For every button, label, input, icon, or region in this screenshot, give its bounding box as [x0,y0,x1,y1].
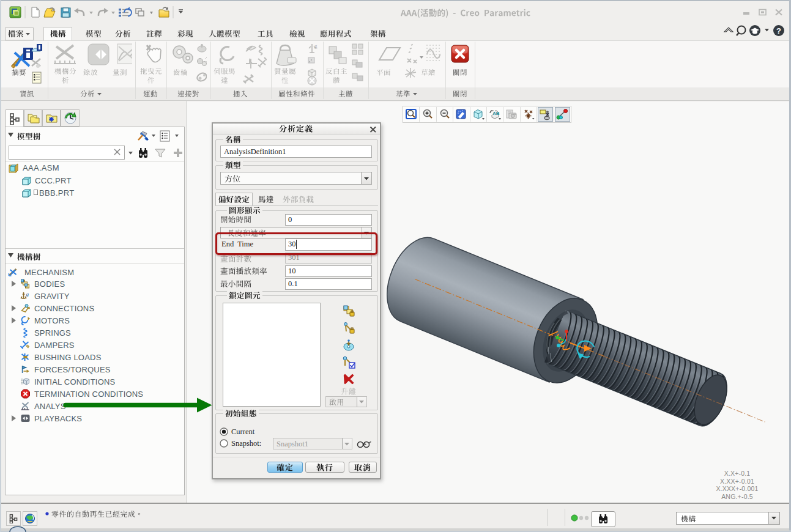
svg-text:g: g [314,43,318,49]
svg-text:AB: AB [492,111,500,116]
svg-text:?: ? [776,26,781,35]
svg-text:g: g [26,291,29,297]
